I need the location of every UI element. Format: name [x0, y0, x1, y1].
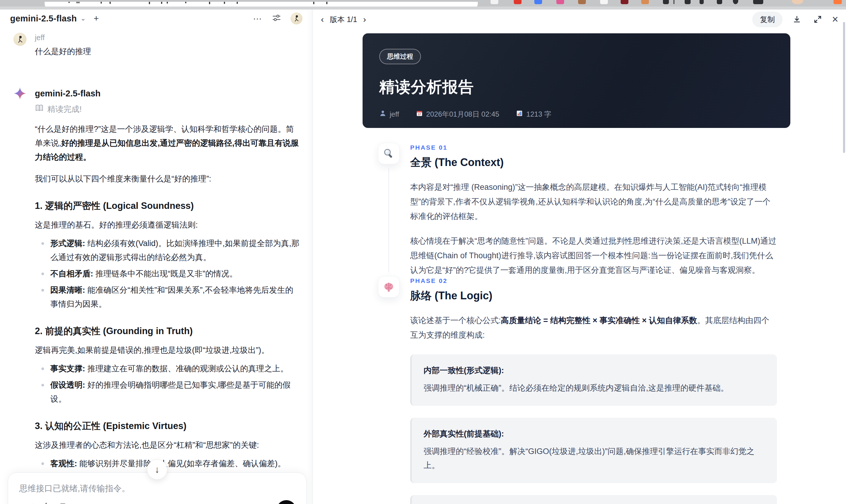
phase-paragraph: 核心情境在于解决“思考的随意性”问题。不论是人类通过批判性思维进行决策,还是大语… [410, 234, 777, 277]
list-item: 事实支撑: 推理建立在可靠的数据、准确的观测或公认的真理之上。 [35, 362, 300, 376]
list-item: 假设透明: 好的推理会明确指明哪些是已知事实,哪些是基于可能的假设。 [35, 378, 300, 406]
orange-app-icon[interactable] [641, 0, 649, 4]
chevron-down-icon[interactable]: ⌄ [81, 15, 86, 22]
menubar-glyph-mark [237, 2, 238, 4]
composer-placeholder[interactable]: 思维接口已就绪,请传输指令。 [19, 483, 295, 494]
clipboard-status-icon[interactable] [717, 0, 722, 4]
section-description: 逻辑再完美,如果前提是错误的,推理也是垃圾(即“垃圾进,垃圾出”)。 [35, 343, 300, 357]
tune-settings-icon[interactable] [271, 13, 282, 24]
menubar-glyph-mark [78, 2, 80, 3]
scroll-to-bottom-button[interactable]: ↓ [147, 460, 167, 480]
card-text: 强调推理的“机械正确”。结论必须在给定的规则系统内逻辑自洽,这是推理的硬件基础。 [424, 381, 765, 395]
new-chat-button[interactable]: + [93, 13, 99, 23]
list-item: 因果清晰: 能准确区分“相关性”和“因果关系”,不会轻率地将先后发生的事情归为因… [35, 283, 300, 311]
bookmark-icon[interactable] [59, 503, 67, 504]
phase-paragraph: 该论述基于一个核心公式:高质量结论 = 结构完整性 × 事实准确性 × 认知自律… [410, 313, 777, 342]
person-icon [379, 110, 386, 119]
copy-button[interactable]: 复制 [752, 12, 782, 28]
arrow-down-icon: ↓ [155, 464, 160, 475]
menubar-glyph-mark [224, 2, 225, 4]
report-hero-card: 思维过程 精读分析报告 jeff 17 2026年01月08日 02:45 [363, 33, 790, 128]
status-divider-icon[interactable] [673, 0, 674, 4]
more-options-button[interactable]: ⋯ [253, 13, 263, 24]
phase-title: 脉络 (The Logic) [410, 289, 777, 303]
red-app-icon[interactable] [514, 0, 522, 4]
logic-dimension-card: 外部真实性(前提基础):强调推理的“经验校准”。解决“GIGO(垃圾进,垃圾出)… [410, 418, 777, 483]
window-chrome-edge [0, 6, 846, 10]
gemini-star-icon [13, 87, 27, 100]
meta-author: jeff [390, 110, 399, 119]
logic-dimension-card: 内部一致性(形式逻辑):强调推理的“机械正确”。结论必须在给定的规则系统内逻辑自… [410, 354, 777, 406]
phase-body: PHASE 02脉络 (The Logic)该论述基于一个核心公式:高质量结论 … [410, 276, 777, 504]
jeff-avatar [13, 33, 27, 46]
assistant-model-name: gemini-2.5-flash [35, 89, 101, 98]
bar-chart-icon [516, 110, 523, 119]
pen-status-icon[interactable] [700, 0, 704, 4]
card-title: 内部一致性(形式逻辑): [424, 365, 765, 376]
grid-status-icon[interactable] [753, 0, 763, 4]
darkred-app-icon[interactable] [621, 0, 629, 4]
logic-dimension-card: 主体伦理(认识美德):转向推理者的心理特征。引入奥卡姆剃刀和反向论证,旨在克服人… [410, 495, 777, 504]
white-app-icon[interactable] [600, 0, 608, 4]
sparkle-tools-icon[interactable] [41, 502, 51, 504]
assistant-intro-paragraph: “什么是好的推理?”这是一个涉及逻辑学、认知科学和哲学核心的问题。简单来说,好的… [35, 122, 300, 164]
meta-date: 2026年01月08日 02:45 [426, 109, 499, 119]
flame-status-icon[interactable] [833, 0, 842, 4]
version-next-button[interactable]: › [363, 15, 366, 24]
user-avatar-status-icon[interactable] [792, 0, 803, 4]
list-item: 形式逻辑: 结构必须有效(Valid)。比如演绎推理中,如果前提全部为真,那么通… [35, 236, 300, 265]
card-text: 强调推理的“经验校准”。解决“GIGO(垃圾进,垃圾出)”问题,确保推理引擎运行… [424, 445, 765, 472]
version-label: 版本 1/1 [330, 15, 357, 24]
menubar-glyph-mark [161, 2, 162, 4]
section-bullet-list: 形式逻辑: 结构必须有效(Valid)。比如演绎推理中,如果前提全部为真,那么通… [35, 236, 300, 311]
blue-app-icon[interactable] [534, 0, 542, 4]
message-list: jeff 什么是好的推理 gemini- [13, 33, 300, 504]
voice-input-button[interactable] [277, 500, 296, 504]
thinking-process-badge: 思维过程 [379, 49, 421, 64]
ghost-app-icon[interactable] [491, 0, 498, 4]
menubar-glyph-mark [185, 2, 186, 3]
report-meta: jeff 17 2026年01月08日 02:45 1213 字 [379, 109, 774, 119]
menubar-glyph-mark [167, 2, 168, 4]
expand-fullscreen-icon[interactable] [811, 13, 824, 26]
brown-app-icon[interactable] [578, 0, 586, 4]
pink-app-icon[interactable] [557, 0, 564, 4]
attach-button[interactable]: + [19, 501, 25, 504]
section-title: 2. 前提的真实性 (Grounding in Truth) [35, 325, 300, 337]
chat-panel: gemini-2.5-flash ⌄ + ⋯ [0, 10, 313, 504]
section-title: 1. 逻辑的严密性 (Logical Soundness) [35, 200, 300, 212]
phase-body: PHASE 01全景 (The Context)本内容是对“推理 (Reason… [410, 143, 777, 277]
menubar-glyph-mark [149, 2, 150, 4]
screen: gemini-2.5-flash ⌄ + ⋯ [0, 0, 846, 504]
menubar-glyph-mark [101, 2, 102, 4]
assistant-message: gemini-2.5-flash 精读完成! “什么是好的推理?”这是一个涉及逻… [13, 87, 300, 504]
phase-section: PHASE 01全景 (The Context)本内容是对“推理 (Reason… [378, 143, 777, 277]
phase-paragraph: 本内容是对“推理 (Reasoning)”这一抽象概念的高层建模。在知识爆炸与人… [410, 180, 777, 224]
section-bullet-list: 事实支撑: 推理建立在可靠的数据、准确的观测或公认的真理之上。假设透明: 好的推… [35, 362, 300, 406]
report-title: 精读分析报告 [379, 77, 774, 97]
tune-status-icon[interactable] [685, 0, 691, 4]
phase-title: 全景 (The Context) [410, 155, 777, 170]
book-icon [35, 104, 44, 114]
list-item: 不自相矛盾: 推理链条中不能出现“既是又非”的情况。 [35, 267, 300, 281]
user-avatar[interactable] [290, 13, 302, 24]
version-prev-button[interactable]: ‹ [321, 15, 324, 24]
phase-label: PHASE 01 [410, 144, 777, 151]
card-title: 外部真实性(前提基础): [424, 428, 765, 439]
circle-status-icon[interactable] [733, 0, 738, 4]
artifact-header: ‹ 版本 1/1 › 复制 × [313, 10, 846, 29]
assistant-lead-paragraph: 我们可以从以下四个维度来衡量什么是“好的推理”: [35, 172, 300, 186]
menubar-glyph-mark [313, 2, 314, 4]
menubar-glyph-mark [326, 2, 328, 4]
close-icon[interactable]: × [832, 14, 838, 25]
message-text: 什么是好的推理 [35, 45, 91, 58]
status-glyph-icon[interactable] [663, 0, 669, 4]
model-selector[interactable]: gemini-2.5-flash [10, 14, 77, 23]
menubar-glyph-mark [69, 2, 70, 3]
svg-text:17: 17 [418, 113, 421, 116]
download-icon[interactable] [790, 13, 804, 26]
scrollbar-thumb[interactable] [843, 22, 845, 153]
menubar-glyph-mark [109, 2, 111, 4]
macos-menubar [0, 0, 846, 6]
chat-header: gemini-2.5-flash ⌄ + ⋯ [0, 10, 313, 28]
